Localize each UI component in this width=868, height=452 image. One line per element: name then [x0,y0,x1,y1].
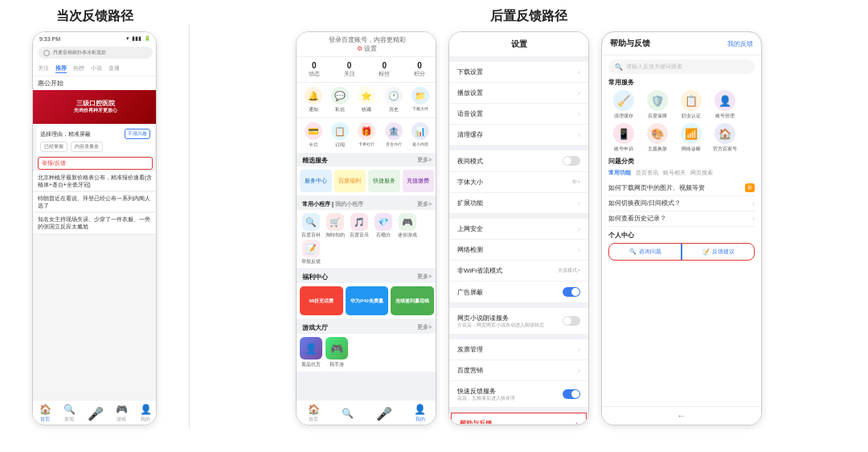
tab-hot[interactable]: 热榜 [73,64,84,73]
service-appeal[interactable]: 📱 账号申诉 [608,123,639,153]
problem-1[interactable]: 如何下载网页中的图片、视频等资 新 [608,180,755,196]
settings-playback[interactable]: 播放设置 › [449,83,588,104]
service-3[interactable]: 快捷服务 [368,170,400,192]
settings-scroll[interactable]: 下载设置 › 播放设置 › 语音设置 › 清理缓存 [449,57,588,424]
not-interested-btn[interactable]: 不感兴趣 [125,129,150,139]
ptab-search[interactable]: 网页搜索 [690,169,713,177]
service-theme[interactable]: 🎨 主题换肤 [642,123,673,153]
mid-nav-mic[interactable]: 🎤 [376,406,392,421]
help-nav-back[interactable]: ← [602,407,761,425]
mid-nav-home[interactable]: 🏠 首页 [308,404,320,423]
filter-opt2[interactable]: 内容质量差 [71,142,103,152]
settings-download-label: 下载设置 [457,68,483,76]
mid-nav-profile[interactable]: 👤 我的 [414,404,426,423]
nav-game[interactable]: 🎮 游戏 [116,404,128,423]
game-2[interactable]: 🎮 我手游 [326,337,348,368]
wifi-icon: ▾ [126,35,129,42]
help-search[interactable]: 🔍 请输入反馈关键词搜索 [608,60,755,74]
tab-recommend[interactable]: 推荐 [55,64,67,73]
icon-favorite[interactable]: ⭐ 收藏 [358,87,375,113]
problem-3[interactable]: 如何查看历史记录？ › [608,212,755,227]
settings-fontsize[interactable]: 字体大小 中> [449,172,588,193]
service-2[interactable]: 百度福利 [334,170,366,192]
adblock-toggle[interactable] [563,287,580,297]
ptab-news[interactable]: 首页资讯 [636,169,658,177]
icon-message[interactable]: 💬 私信 [331,87,349,113]
settings-marketing[interactable]: 百度营销 › [449,360,588,381]
game-more[interactable]: 更多> [417,323,432,332]
service-netdiag[interactable]: 📶 网络诊断 [676,123,706,153]
mini-app-1[interactable]: 🔍 百度百科 [300,213,322,238]
settings-voice[interactable]: 语音设置 › [449,104,588,125]
tab-novel[interactable]: 小说 [91,64,102,73]
icon-download[interactable]: 📁 下载大件 [411,87,429,113]
nav-home[interactable]: 🏠 首页 [39,404,51,423]
settings-help[interactable]: 帮助与反馈 › [451,413,587,424]
news-item-1[interactable]: 北京种植牙最新价格表公布，精准报价速看(含植体+基台+全瓷牙冠) [33,171,157,191]
mini-app-2[interactable]: 🛒 淘特拍的 [324,213,346,238]
news-item-3[interactable]: 知名女主持现场失误、少穿了一件衣服、一旁的张国立反应太尴尬 [33,213,157,232]
settings-extend[interactable]: 扩展功能 › [449,193,588,214]
filter-opt1[interactable]: 已经掌握 [40,142,68,152]
settings-invoice[interactable]: 发票管理 › [449,339,588,360]
welfare-2[interactable]: 华为P40免费赢 [346,286,389,315]
service-1[interactable]: 服务中心 [300,170,332,192]
nav-profile[interactable]: 👤 我的 [140,404,152,423]
news-item-2[interactable]: 特朗普近在看说、拜登已经公布一系列内阁人选了 [33,192,157,212]
settings-download[interactable]: 下载设置 › [449,62,588,83]
feedback-btn-help[interactable]: 📝 反馈建议 [682,244,754,260]
settings-night[interactable]: 夜间模式 [449,150,588,172]
settings-security[interactable]: 上网安全 › [449,219,588,240]
service-baidu[interactable]: 🛡️ 百度保障 [642,90,673,120]
service-4[interactable]: 充值缴费 [403,170,435,192]
welfare-3[interactable]: 连续签到赢现钱 [391,286,434,315]
mini-app-3[interactable]: 🎵 百度音乐 [348,213,371,238]
mini-app-4[interactable]: 💎 石榴分 [372,213,395,238]
miniapps-more[interactable]: 更多> [417,200,432,208]
settings-network-label: 网络检测 [457,245,483,254]
tab-live[interactable]: 直播 [108,64,120,73]
icon-subscribe[interactable]: 📋 订阅 [331,122,349,149]
settings-adblock[interactable]: 广告屏蔽 [449,281,588,303]
quickfeedback-label-group: 快速反馈服务 花花，五粮液后进入快评浮 [457,387,563,401]
mid-nav-explore[interactable]: 🔍 [342,408,354,419]
quickfeedback-toggle[interactable] [563,389,580,399]
search-bar[interactable]: 丹麦音相就扑杀水柜逞款 [38,47,153,59]
ptab-common[interactable]: 常用功能 [608,169,631,177]
help-myfeedback-tab[interactable]: 我的反馈 [727,39,753,48]
service-cache[interactable]: 🧹 清理缓存 [608,90,639,120]
mini-app-5[interactable]: 🎮 迷你游戏 [396,213,419,238]
game-1[interactable]: 👤 黄晶代言 [300,337,322,368]
icon-content[interactable]: 📊 返小内容 [411,122,429,149]
mini-app-feedback[interactable]: 📝 举报反馈 [300,240,322,265]
night-toggle[interactable] [563,156,580,166]
welfare-more[interactable]: 更多> [417,273,432,281]
tab-follow[interactable]: 关注 [38,64,49,73]
icon-coupon[interactable]: 🎁 卡券社行 [358,122,375,149]
bottom-nav: 🏠 首页 🔍 发现 🎤 🎮 游戏 👤 [33,400,157,425]
settings-cache[interactable]: 清理缓存 › [449,125,588,146]
problem-2[interactable]: 如何切换夜间/日间模式？ › [608,196,755,212]
icon-history[interactable]: 🕐 历史 [385,87,403,113]
settings-quickfeedback[interactable]: 快速反馈服务 花花，五粮液后进入快评浮 [449,381,588,408]
feedback-btn[interactable]: 举报/反馈 [38,157,153,170]
settings-wifi[interactable]: 非WiFi省流模式 大流模式> [449,261,588,281]
ptab-account[interactable]: 账号相关 [663,169,686,177]
stat-dynamic-label: 动态 [309,71,320,76]
settings-tts[interactable]: 网页小说朗读服务 介花后，网页网页小说自动进入朗读状态 [449,308,588,335]
icon-card[interactable]: 💳 卡片 [305,122,322,149]
service-account[interactable]: 👤 账号管理 [710,90,740,120]
service-official[interactable]: 🏠 官方百家号 [710,123,740,153]
welfare-1[interactable]: 98折充话费 [300,286,343,315]
settings-network[interactable]: 网络检测 › [449,240,588,261]
settings-btn[interactable]: ⚙ 设置 [303,44,431,53]
service-cert[interactable]: 📋 职业认证 [676,90,706,120]
nav-mic[interactable]: 🎤 [88,406,104,421]
tts-label-group: 网页小说朗读服务 介花后，网页网页小说自动进入朗读状态 [457,314,563,328]
icon-finance[interactable]: 🏦 百合办行 [385,122,403,149]
icon-notification[interactable]: 🔔 通知 [305,87,322,113]
services-more[interactable]: 更多> [417,156,432,165]
tts-toggle[interactable] [563,316,580,326]
nav-explore[interactable]: 🔍 发现 [63,404,76,423]
consult-btn[interactable]: 🔍 咨询问题 [609,244,682,260]
